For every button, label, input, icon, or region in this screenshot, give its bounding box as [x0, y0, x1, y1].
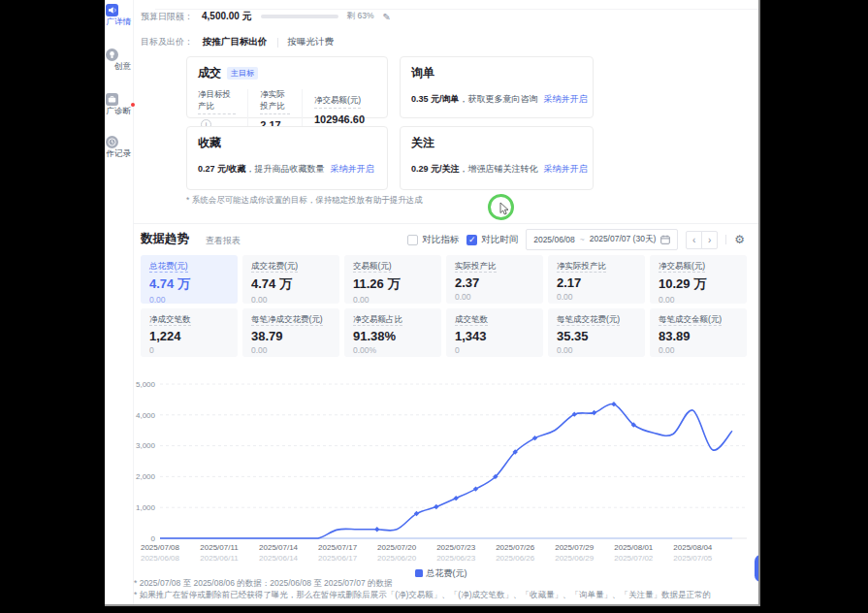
metric-card-9[interactable]: 成交笔数1,3430	[446, 308, 543, 357]
compare-metric-checkbox[interactable]: 对比指标	[407, 234, 459, 246]
metric-card-5[interactable]: 净交易额(元)10.29 万0.00	[650, 255, 747, 304]
metric-card-11[interactable]: 每笔成交金额(元)83.890.00	[650, 308, 747, 357]
favorite-desc-text: ，提升商品收藏数量	[246, 164, 325, 174]
metric-label: 净交易额占比	[353, 314, 433, 326]
follow-desc: 0.29 元/关注，增强店铺关注转化采纳并开启	[411, 163, 582, 176]
metric-card-8[interactable]: 净交易额占比91.38%0.00%	[344, 308, 441, 357]
edit-budget-icon[interactable]: ✎	[383, 12, 391, 22]
metric-card-6[interactable]: 净成交笔数1,2240	[141, 308, 238, 357]
svg-text:2025/07/23: 2025/07/23	[436, 543, 476, 552]
tab-bid-by-goal[interactable]: 按推广目标出价	[203, 36, 268, 48]
svg-text:2025/07/26: 2025/07/26	[496, 543, 535, 552]
metric-compare-value: 0.00	[455, 292, 534, 302]
sidebar-item-1[interactable]: 创意	[105, 48, 132, 73]
floating-side-button[interactable]	[755, 555, 760, 582]
metric-label: 每笔成交金额(元)	[659, 314, 738, 326]
metric-compare-value: 0.00	[557, 345, 636, 355]
metric-compare-value: 0.00	[149, 295, 229, 305]
svg-text:2025/08/01: 2025/08/01	[614, 543, 654, 552]
goal-card-deal[interactable]: 成交 主目标 净目标投产比i 2.45 ✎ 净实际投产比 2.17 净交易额(元…	[186, 56, 388, 118]
svg-text:2025/06/17: 2025/06/17	[318, 554, 358, 563]
date-range-picker[interactable]: 2025/06/08 ~ 2025/07/07 (30天)	[526, 229, 678, 250]
settings-gear-icon[interactable]: ⚙	[734, 233, 745, 246]
metric-card-7[interactable]: 每笔净成交花费(元)38.790.00	[242, 308, 339, 357]
legend-swatch	[415, 569, 423, 577]
budget-label: 预算日限额：	[141, 11, 193, 23]
metric-value: 1,224	[149, 329, 229, 343]
sidebar-item-2[interactable]: 广诊断	[105, 92, 132, 117]
budget-progress-bar	[261, 15, 338, 18]
trend-chart[interactable]: 01,0002,0003,0004,0005,0002025/07/082025…	[128, 374, 754, 565]
view-report-link[interactable]: 查看报表	[206, 235, 241, 247]
metrics-grid: 总花费(元)4.74 万0.00成交花费(元)4.74 万0.00交易额(元)1…	[141, 255, 747, 357]
inquiry-price: 0.35 元/询单	[411, 94, 460, 104]
sidebar-item-label: 广详情	[107, 16, 132, 26]
svg-text:2,000: 2,000	[136, 472, 156, 481]
date-end: 2025/07/07 (30天)	[590, 234, 657, 245]
adopt-follow-link[interactable]: 采纳并开启	[544, 164, 588, 174]
goal-card-favorite-title: 收藏	[198, 135, 376, 151]
tab-bid-by-exposure[interactable]: 按曝光计费	[288, 36, 335, 48]
metric-compare-value: 0.00%	[353, 345, 433, 355]
adopt-favorite-link[interactable]: 采纳并开启	[331, 164, 374, 174]
metric-value: 11.26 万	[353, 275, 433, 293]
checkbox-unchecked-icon	[407, 235, 418, 245]
svg-text:2025/07/29: 2025/07/29	[555, 543, 595, 552]
next-period-button[interactable]: ›	[701, 231, 718, 249]
metric-compare-value: 0.00	[659, 295, 738, 305]
metric-card-1[interactable]: 成交花费(元)4.74 万0.00	[242, 255, 339, 304]
goal-card-follow-title: 关注	[411, 135, 582, 151]
adopt-inquiry-link[interactable]: 采纳并开启	[544, 94, 588, 104]
compare-time-checkbox[interactable]: ✓ 对比时间	[466, 234, 518, 246]
metric-label: 总花费(元)	[149, 261, 229, 273]
stat-value: 102946.60	[314, 113, 365, 125]
follow-price: 0.29 元/关注	[411, 164, 460, 174]
goal-title-text: 成交	[198, 65, 221, 81]
metric-label: 净交易额(元)	[659, 261, 738, 273]
goal-card-inquiry[interactable]: 询单 0.35 元/询单，获取更多意向咨询采纳并开启	[400, 56, 594, 118]
trend-chart-svg: 01,0002,0003,0004,0005,0002025/07/082025…	[128, 374, 754, 565]
metric-value: 83.89	[659, 329, 738, 343]
metric-label: 每笔净成交花费(元)	[251, 314, 331, 326]
svg-text:2025/07/02: 2025/07/02	[614, 554, 654, 563]
metric-card-3[interactable]: 实际投产比2.370.00	[446, 255, 543, 304]
sidebar-item-3[interactable]: 作记录	[105, 135, 132, 160]
compare-metric-label: 对比指标	[422, 234, 459, 246]
diagnosis-icon	[106, 92, 118, 105]
metric-value: 2.37	[455, 275, 534, 290]
metric-card-0[interactable]: 总花费(元)4.74 万0.00	[141, 255, 238, 304]
goal-card-follow[interactable]: 关注 0.29 元/关注，增强店铺关注转化采纳并开启	[400, 126, 594, 190]
follow-desc-text: ，增强店铺关注转化	[460, 164, 538, 174]
metric-compare-value: 0.00	[557, 292, 636, 302]
metric-card-2[interactable]: 交易额(元)11.26 万0.00	[344, 255, 441, 304]
sidebar-item-0[interactable]: 广详情	[105, 3, 132, 28]
inquiry-desc-text: ，获取更多意向咨询	[460, 94, 538, 104]
goal-card-favorite[interactable]: 收藏 0.27 元/收藏，提升商品收藏数量采纳并开启	[186, 126, 388, 190]
inquiry-desc: 0.35 元/询单，获取更多意向咨询采纳并开启	[411, 93, 582, 106]
date-separator: ~	[580, 235, 585, 244]
compare-time-label: 对比时间	[481, 234, 518, 246]
metric-value: 38.79	[251, 329, 331, 343]
metric-value: 2.17	[557, 275, 636, 290]
trend-controls: 对比指标 ✓ 对比时间 2025/06/08 ~ 2025/07/07 (30天…	[407, 228, 745, 251]
section-divider	[133, 223, 758, 224]
svg-text:2025/06/20: 2025/06/20	[377, 554, 417, 563]
svg-text:2025/07/11: 2025/07/11	[200, 543, 239, 552]
svg-text:3,000: 3,000	[136, 441, 156, 450]
svg-text:2025/06/23: 2025/06/23	[436, 554, 476, 563]
prev-period-button[interactable]: ‹	[686, 231, 702, 249]
metric-label: 交易额(元)	[353, 261, 433, 273]
goal-card-deal-title: 成交 主目标	[198, 65, 376, 81]
svg-text:2025/07/17: 2025/07/17	[318, 543, 358, 552]
svg-text:2025/06/29: 2025/06/29	[555, 554, 595, 563]
campaign-icon	[106, 3, 118, 16]
svg-text:2025/06/08: 2025/06/08	[141, 554, 180, 563]
metric-value: 4.74 万	[149, 275, 229, 293]
app-window: 广详情创意广诊断作记录 预算日限额： 4,500.00 元 剩 63% ✎ 目标…	[105, 0, 760, 606]
stat-label: 净目标投产比	[198, 89, 236, 114]
metric-card-10[interactable]: 每笔成交花费(元)35.350.00	[548, 308, 645, 357]
date-start: 2025/06/08	[533, 235, 575, 244]
metric-card-4[interactable]: 净实际投产比2.170.00	[548, 255, 645, 304]
stat-label: 净交易额(元)	[314, 95, 361, 109]
svg-text:2025/07/08: 2025/07/08	[141, 543, 180, 552]
